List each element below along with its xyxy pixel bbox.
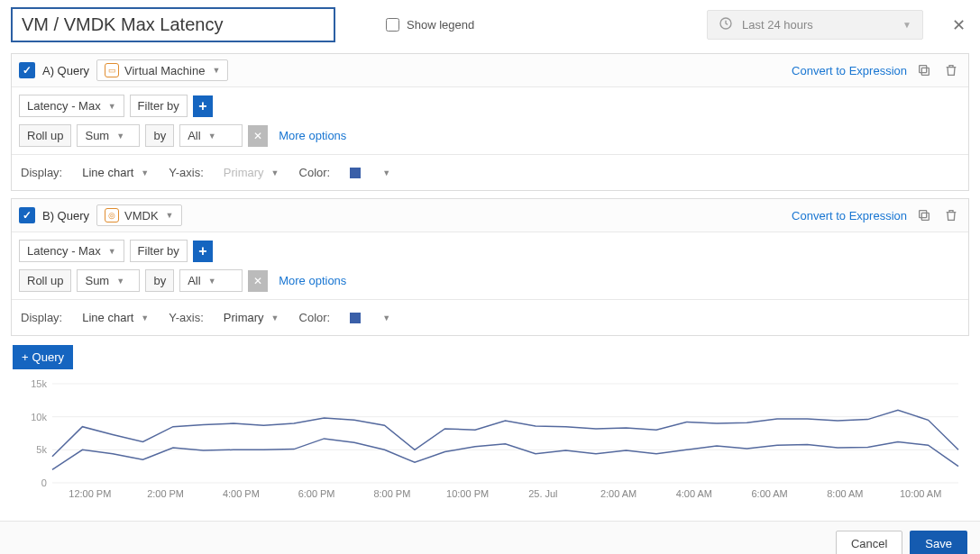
clock-icon (719, 16, 733, 33)
title-input[interactable] (11, 7, 335, 42)
svg-text:0: 0 (41, 477, 47, 488)
yaxis-selector: Primary ▼ (216, 162, 287, 183)
chevron-down-icon: ▼ (108, 102, 116, 111)
display-label: Display: (21, 166, 62, 179)
query-header: A) Query ▭ Virtual Machine ▼ Convert to … (12, 54, 968, 87)
by-label-box: by (145, 269, 174, 292)
svg-rect-2 (920, 66, 927, 73)
rollup-label: Roll up (27, 274, 63, 287)
delete-icon[interactable] (941, 60, 961, 80)
add-filter-button[interactable]: + (193, 241, 213, 262)
chart: 05k10k15k12:00 PM2:00 PM4:00 PM6:00 PM8:… (13, 377, 967, 503)
by-selector[interactable]: All ▼ (179, 269, 243, 292)
svg-text:2:00 AM: 2:00 AM (600, 488, 637, 499)
svg-rect-3 (921, 213, 929, 220)
color-label: Color: (299, 311, 331, 324)
chevron-down-icon: ▼ (141, 168, 149, 177)
aggregate-selector[interactable]: Sum ▼ (77, 124, 140, 147)
close-button[interactable]: ✕ (948, 12, 969, 39)
display-type-label: Line chart (82, 311, 133, 324)
filter-by-label: Filter by (138, 99, 179, 113)
svg-text:25. Jul: 25. Jul (528, 488, 557, 499)
color-selector[interactable] (343, 164, 368, 182)
rollup-label-box[interactable]: Roll up (19, 269, 71, 292)
chevron-down-icon: ▼ (212, 66, 220, 75)
remove-rollup-button[interactable]: ✕ (248, 270, 268, 292)
header: Show legend Last 24 hours ▼ ✕ (0, 0, 980, 50)
query-panel-a: A) Query ▭ Virtual Machine ▼ Convert to … (11, 53, 969, 191)
convert-expression-link[interactable]: Convert to Expression (792, 64, 907, 77)
svg-text:10k: 10k (31, 412, 47, 422)
by-label-box: by (145, 124, 174, 147)
display-row: Display: Line chart ▼ Y-axis: Primary ▼ … (12, 154, 968, 190)
query-label: A) Query (42, 64, 89, 77)
color-swatch (350, 313, 361, 323)
chart-svg: 05k10k15k12:00 PM2:00 PM4:00 PM6:00 PM8:… (13, 377, 967, 503)
time-range-selector[interactable]: Last 24 hours ▼ (707, 10, 923, 40)
query-checkbox[interactable] (19, 62, 35, 78)
more-options-link[interactable]: More options (279, 274, 346, 287)
vmdk-icon: ◎ (105, 208, 119, 223)
display-row: Display: Line chart ▼ Y-axis: Primary ▼ … (12, 299, 968, 335)
query-checkbox[interactable] (19, 207, 35, 223)
resource-selector[interactable]: ▭ Virtual Machine ▼ (96, 59, 228, 81)
by-value: All (188, 274, 200, 287)
add-query-button[interactable]: + Query (13, 345, 73, 369)
svg-text:6:00 AM: 6:00 AM (751, 488, 787, 499)
duplicate-icon[interactable] (914, 60, 934, 80)
chevron-down-icon: ▼ (208, 132, 216, 141)
color-swatch (350, 168, 361, 178)
by-label: by (153, 274, 166, 287)
svg-text:2:00 PM: 2:00 PM (147, 488, 184, 499)
metric-label: Latency - Max (27, 99, 101, 113)
metric-selector[interactable]: Latency - Max ▼ (19, 240, 124, 262)
filter-by-selector[interactable]: Filter by (130, 95, 188, 117)
aggregate-label: Sum (85, 274, 109, 287)
add-query-label: Query (32, 350, 64, 364)
cancel-button[interactable]: Cancel (836, 531, 902, 554)
rollup-label: Roll up (27, 129, 63, 142)
color-label: Color: (299, 166, 331, 179)
svg-text:10:00 PM: 10:00 PM (446, 488, 489, 499)
chevron-down-icon: ▼ (208, 277, 216, 286)
save-button[interactable]: Save (910, 531, 967, 554)
by-value: All (188, 129, 200, 142)
metric-selector[interactable]: Latency - Max ▼ (19, 95, 124, 117)
display-type-selector[interactable]: Line chart ▼ (75, 307, 156, 328)
show-legend-checkbox[interactable] (386, 18, 399, 32)
plus-icon: + (22, 350, 29, 364)
query-panel-b: B) Query ◎ VMDK ▼ Convert to Expression … (11, 198, 969, 336)
yaxis-label: Y-axis: (169, 166, 204, 179)
query-label: B) Query (42, 209, 89, 223)
resource-label: VMDK (124, 209, 159, 223)
chevron-down-icon[interactable]: ▼ (382, 168, 390, 177)
by-selector[interactable]: All ▼ (179, 124, 243, 147)
rollup-label-box[interactable]: Roll up (19, 124, 71, 147)
delete-icon[interactable] (941, 205, 961, 225)
chevron-down-icon: ▼ (902, 20, 911, 30)
metric-label: Latency - Max (27, 244, 101, 258)
more-options-link[interactable]: More options (279, 129, 346, 142)
color-selector[interactable] (343, 309, 368, 327)
svg-text:8:00 AM: 8:00 AM (827, 488, 863, 499)
duplicate-icon[interactable] (914, 205, 934, 225)
display-type-selector[interactable]: Line chart ▼ (75, 162, 156, 183)
show-legend-toggle[interactable]: Show legend (386, 18, 474, 32)
svg-text:15k: 15k (31, 378, 47, 389)
query-body: Latency - Max ▼ Filter by + Roll up Sum … (12, 232, 968, 299)
footer: Cancel Save (0, 521, 980, 554)
chevron-down-icon: ▼ (108, 247, 116, 256)
display-label: Display: (21, 311, 62, 324)
convert-expression-link[interactable]: Convert to Expression (792, 209, 907, 223)
chevron-down-icon[interactable]: ▼ (382, 313, 390, 322)
chevron-down-icon: ▼ (116, 132, 124, 141)
query-body: Latency - Max ▼ Filter by + Roll up Sum … (12, 87, 968, 154)
remove-rollup-button[interactable]: ✕ (248, 125, 268, 147)
filter-by-selector[interactable]: Filter by (130, 240, 188, 262)
yaxis-value: Primary (224, 311, 264, 324)
aggregate-selector[interactable]: Sum ▼ (77, 269, 140, 292)
chevron-down-icon: ▼ (141, 313, 149, 322)
add-filter-button[interactable]: + (193, 95, 213, 117)
yaxis-selector[interactable]: Primary ▼ (216, 307, 287, 328)
resource-selector[interactable]: ◎ VMDK ▼ (96, 204, 181, 226)
